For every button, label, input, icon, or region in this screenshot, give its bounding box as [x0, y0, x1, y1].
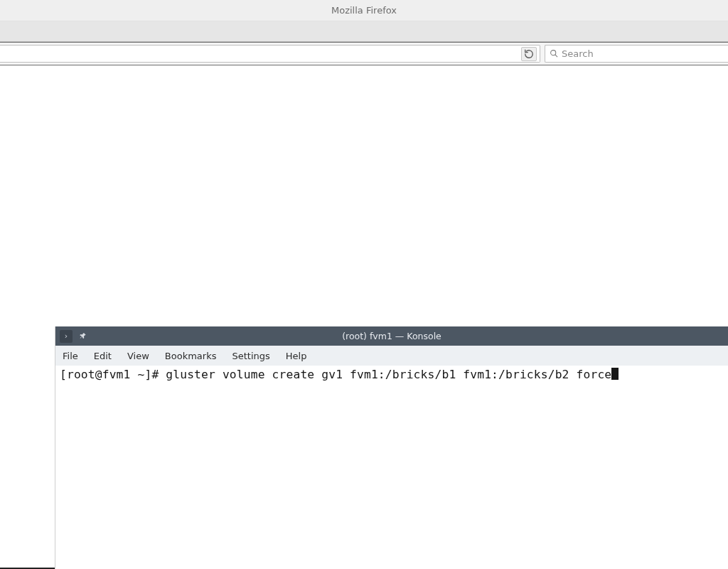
svg-point-0 — [551, 50, 556, 55]
svg-line-1 — [555, 55, 557, 57]
search-icon — [550, 49, 559, 58]
firefox-tabstrip[interactable] — [0, 21, 728, 42]
menu-edit[interactable]: Edit — [94, 351, 112, 361]
firefox-search-box[interactable]: Search — [545, 45, 728, 63]
menu-help[interactable]: Help — [286, 351, 307, 361]
pin-icon[interactable] — [77, 330, 90, 343]
menu-settings[interactable]: Settings — [232, 351, 269, 361]
search-placeholder: Search — [562, 48, 594, 59]
menu-file[interactable]: File — [63, 351, 78, 361]
firefox-titlebar: Mozilla Firefox — [0, 0, 728, 21]
konsole-titlebar[interactable]: › (root) fvm1 — Konsole — [55, 326, 728, 346]
terminal-cursor — [611, 368, 619, 380]
reload-icon — [524, 49, 534, 59]
konsole-window[interactable]: › (root) fvm1 — Konsole File Edit View B… — [55, 326, 728, 569]
reload-button[interactable] — [521, 47, 537, 61]
firefox-window-title: Mozilla Firefox — [331, 5, 397, 16]
konsole-terminal[interactable]: [root@fvm1 ~]# gluster volume create gv1… — [55, 366, 728, 569]
menu-bookmarks[interactable]: Bookmarks — [165, 351, 217, 361]
konsole-titlebar-icons: › — [60, 330, 90, 343]
terminal-prompt: [root@fvm1 ~]# — [60, 368, 166, 381]
firefox-url-bar[interactable] — [0, 45, 540, 63]
terminal-command: gluster volume create gv1 fvm1:/bricks/b… — [166, 368, 611, 381]
expand-icon[interactable]: › — [60, 330, 73, 343]
menu-view[interactable]: View — [127, 351, 149, 361]
konsole-window-title: (root) fvm1 — Konsole — [55, 331, 728, 341]
konsole-menubar: File Edit View Bookmarks Settings Help — [55, 346, 728, 366]
firefox-toolbar: Search — [0, 42, 728, 65]
